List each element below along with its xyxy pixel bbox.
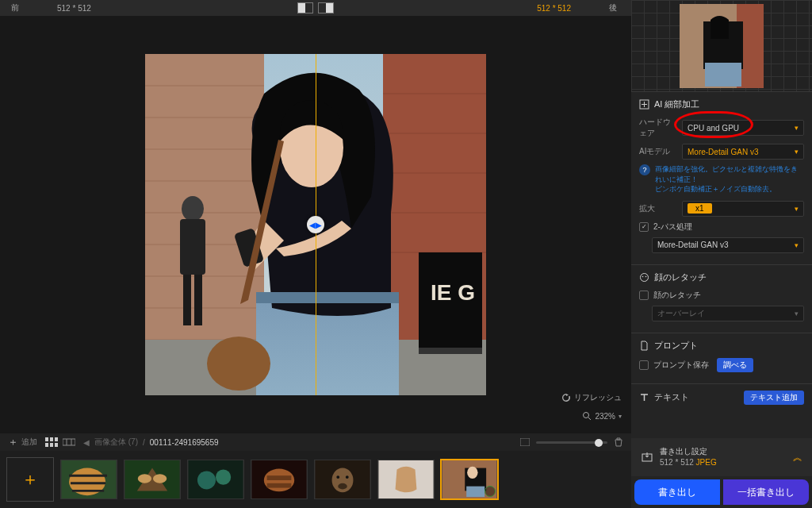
svg-rect-25 xyxy=(419,348,482,354)
export-title: 書き出し設定 xyxy=(660,446,717,457)
filmstrip: ＋ xyxy=(0,451,631,508)
enlarge-label: 拡大 xyxy=(639,203,677,214)
plus-icon: ＋ xyxy=(8,435,18,449)
twopass-checkbox[interactable] xyxy=(639,222,649,232)
refresh-button[interactable]: リフレッシュ xyxy=(561,392,622,403)
svg-rect-37 xyxy=(50,443,53,447)
panel-text-title: テキスト xyxy=(654,391,689,403)
svg-rect-34 xyxy=(50,437,53,441)
enlarge-select[interactable]: x1▾ xyxy=(682,201,804,217)
svg-rect-22 xyxy=(194,275,202,325)
chevron-down-icon: ▾ xyxy=(795,241,799,249)
prompt-save-checkbox[interactable] xyxy=(639,360,649,370)
current-filename: 00111-2491695659 xyxy=(150,438,219,447)
panel-ai-detail: AI 細部加工 ハードウェア CPU and GPU▾ AIモデル More-D… xyxy=(631,91,812,264)
svg-rect-42 xyxy=(520,438,530,446)
thumb-1[interactable] xyxy=(60,460,117,499)
grid-view-icon[interactable] xyxy=(45,437,58,447)
panel-prompt: プロンプト プロンプト保存 調べる xyxy=(631,333,812,383)
panel-ai-title: AI 細部加工 xyxy=(654,98,699,110)
svg-point-72 xyxy=(641,273,649,281)
svg-point-50 xyxy=(216,470,231,485)
model-select[interactable]: More-Detail GAN v3▾ xyxy=(682,144,804,160)
face-retouch-label: 顔のレタッチ xyxy=(653,290,701,301)
svg-rect-70 xyxy=(705,63,741,87)
model-label: AIモデル xyxy=(639,146,677,157)
export-button[interactable]: 書き出し xyxy=(634,479,720,505)
face-retouch-checkbox[interactable] xyxy=(639,291,649,300)
breadcrumb[interactable]: ◀ 画像全体 (7) / 00111-2491695659 xyxy=(83,437,219,448)
thumb-small-icon[interactable] xyxy=(520,438,530,446)
help-icon[interactable]: ? xyxy=(639,164,650,175)
side-preview xyxy=(631,0,812,91)
export-settings[interactable]: 書き出し設定 512 * 512 JPEG ︽ xyxy=(631,438,812,476)
thumb-6[interactable] xyxy=(377,460,435,499)
svg-rect-39 xyxy=(63,439,75,445)
svg-point-73 xyxy=(642,275,644,277)
svg-point-64 xyxy=(467,467,477,479)
svg-rect-21 xyxy=(183,275,191,325)
prompt-save-label: プロンプト保存 xyxy=(653,360,709,371)
twopass-model-select[interactable]: More-Detail GAN v3▾ xyxy=(652,237,804,253)
svg-rect-30 xyxy=(256,292,399,303)
hardware-select[interactable]: CPU and GPU▾ xyxy=(682,120,804,136)
preview-image[interactable]: IE G ◀▶ xyxy=(145,54,486,395)
magnifier-icon xyxy=(582,411,592,421)
sidebar: AI 細部加工 ハードウェア CPU and GPU▾ AIモデル More-D… xyxy=(631,0,812,508)
svg-rect-38 xyxy=(55,443,58,447)
strip-view-icon[interactable] xyxy=(63,437,75,447)
split-side-icon[interactable] xyxy=(318,2,334,13)
model-desc-1: 画像細部を強化。ピクセルと複雑な特徴をきれいに補正！ xyxy=(655,164,804,184)
chevron-down-icon: ▾ xyxy=(795,148,799,156)
chevron-down-icon: ▾ xyxy=(795,205,799,213)
svg-point-47 xyxy=(153,474,167,483)
thumb-7-selected[interactable] xyxy=(441,460,498,499)
overlay-select[interactable]: オーバーレイ▾ xyxy=(652,306,804,321)
svg-rect-53 xyxy=(267,475,292,480)
text-icon xyxy=(639,392,649,402)
plus-icon: ＋ xyxy=(21,468,39,491)
image-viewport[interactable]: IE G ◀▶ xyxy=(0,16,631,433)
panel-text: テキスト テキスト追加 xyxy=(631,383,812,411)
svg-rect-48 xyxy=(188,460,243,498)
batch-export-button[interactable]: 一括書き出し xyxy=(723,479,809,505)
panel-prompt-title: プロンプト xyxy=(654,340,698,352)
svg-rect-65 xyxy=(466,487,485,497)
thumb-3[interactable] xyxy=(187,460,244,499)
expand-icon[interactable]: ︽ xyxy=(793,451,802,464)
top-ruler: 前 512 * 512 512 * 512 後 xyxy=(0,0,631,16)
svg-point-74 xyxy=(645,275,647,277)
compare-mode-toggle[interactable] xyxy=(297,2,334,13)
chevron-down-icon: ▾ xyxy=(795,124,799,132)
thumb-4[interactable] xyxy=(251,460,308,499)
svg-point-29 xyxy=(207,337,270,391)
panel-face-retouch: 顔のレタッチ 顔のレタッチ オーバーレイ▾ xyxy=(631,264,812,333)
hardware-label: ハードウェア xyxy=(639,117,677,139)
svg-point-31 xyxy=(584,413,589,418)
thumb-5[interactable] xyxy=(314,460,371,499)
export-icon xyxy=(641,451,653,464)
prompt-adjust-button[interactable]: 調べる xyxy=(717,358,753,372)
thumb-2[interactable] xyxy=(124,460,181,499)
twopass-label: 2-パス処理 xyxy=(653,221,692,233)
chevron-down-icon: ▾ xyxy=(795,310,799,318)
text-add-button[interactable]: テキスト追加 xyxy=(744,391,804,405)
svg-rect-36 xyxy=(45,443,48,447)
sparkle-icon xyxy=(639,99,649,110)
chevron-left-icon: ◀ xyxy=(83,438,90,447)
refresh-icon xyxy=(561,393,571,402)
split-vertical-icon[interactable] xyxy=(297,2,313,13)
panel-face-title: 顔のレタッチ xyxy=(654,271,707,283)
chevron-down-icon: ▾ xyxy=(619,413,622,420)
zoom-indicator[interactable]: 232% ▾ xyxy=(582,411,622,421)
dim-original: 512 * 512 xyxy=(57,4,91,13)
model-desc-2: ピンボケ自動補正＋ノイズ自動除去。 xyxy=(655,184,804,194)
add-images-button[interactable]: ＋ 追加 xyxy=(8,435,37,449)
add-tile[interactable]: ＋ xyxy=(6,457,54,502)
split-handle[interactable]: ◀▶ xyxy=(307,216,324,233)
thumb-size-slider[interactable] xyxy=(536,441,607,444)
svg-point-49 xyxy=(197,471,216,489)
svg-point-46 xyxy=(138,474,151,483)
trash-icon[interactable] xyxy=(614,437,623,447)
svg-rect-54 xyxy=(267,483,292,488)
